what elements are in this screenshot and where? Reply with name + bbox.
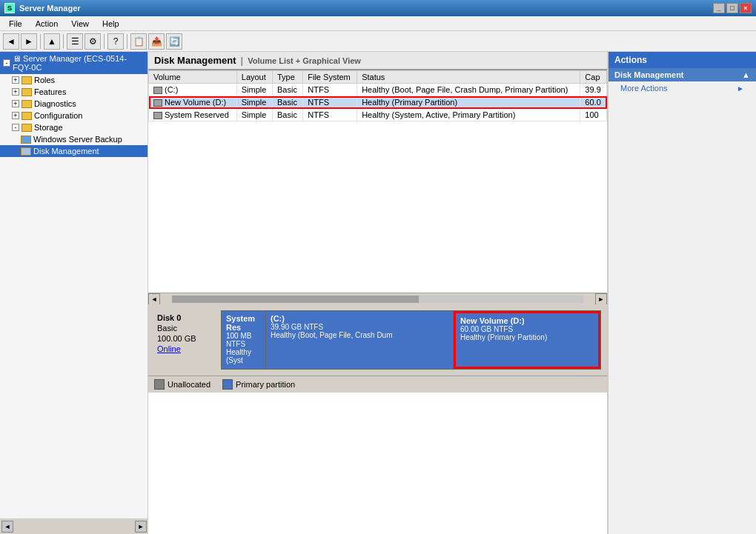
scroll-track[interactable] [172,296,583,303]
actions-title: Actions [614,55,647,65]
horizontal-scrollbar[interactable]: ◄ ► [148,293,607,304]
sidebar-item-diagnostics[interactable]: + Diagnostics [0,98,147,110]
sysres-size: 100 MB NTFS [226,332,261,348]
actions-section-disk-mgmt[interactable]: Disk Management ▲ [609,68,756,81]
wsb-label: Windows Server Backup [33,135,122,144]
toolbar-separator-2 [63,34,64,49]
sidebar: - 🖥 Server Manager (ECS-0514-FQY-0C + Ro… [0,52,148,534]
toolbar-new[interactable]: 📋 [130,33,147,50]
volume-icon [153,87,162,94]
legend-primary-box [222,379,233,390]
toolbar-refresh[interactable]: 🔄 [166,33,182,50]
volume-table: Volume Layout Type File System Status Ca… [148,70,607,121]
configuration-label: Configuration [34,111,82,120]
col-cap[interactable]: Cap [580,71,607,84]
partition-system-reserved[interactable]: System Res 100 MB NTFS Healthy (Syst [222,311,266,369]
sidebar-item-features[interactable]: + Features [0,86,147,98]
sidebar-item-configuration[interactable]: + Configuration [0,110,147,121]
cell-filesystem: NTFS [303,96,357,109]
scroll-right-arrow[interactable]: ► [595,293,607,305]
legend-primary-label: Primary partition [236,380,295,389]
disk-name: Disk 0 [157,313,218,322]
cell-layout: Simple [236,84,272,96]
sidebar-scroll-right[interactable]: ► [135,521,147,533]
table-row[interactable]: System ReservedSimpleBasicNTFSHealthy (S… [149,109,607,121]
sidebar-root[interactable]: - 🖥 Server Manager (ECS-0514-FQY-0C [0,52,147,74]
panel-header-sep: | [241,55,244,66]
sidebar-scroll-left[interactable]: ◄ [1,521,13,533]
toolbar-export[interactable]: 📤 [148,33,165,50]
ddrive-size: 60.00 GB NTFS [460,325,594,333]
configuration-expand[interactable]: + [12,112,19,119]
roles-label: Roles [34,76,55,84]
configuration-icon [21,112,32,120]
partition-d-drive[interactable]: New Volume (D:) 60.00 GB NTFS Healthy (P… [454,311,600,369]
cdrive-size: 39.90 GB NTFS [271,323,448,331]
menu-action[interactable]: Action [30,18,64,30]
maximize-button[interactable]: □ [726,3,738,13]
toolbar-back[interactable]: ◄ [3,33,19,50]
col-layout[interactable]: Layout [236,71,272,84]
sidebar-item-wsb[interactable]: Windows Server Backup [0,133,147,145]
sidebar-item-roles[interactable]: + Roles [0,74,147,86]
disk-label: Disk 0 Basic 100.00 GB Online [154,310,221,370]
app-icon: S [4,3,15,13]
table-row[interactable]: (C:)SimpleBasicNTFSHealthy (Boot, Page F… [149,84,607,96]
actions-more-actions[interactable]: More Actions ► [609,81,756,95]
menu-file[interactable]: File [3,18,28,30]
toolbar-help[interactable]: ? [107,33,124,50]
diagnostics-icon [21,100,32,108]
sysres-status: Healthy (Syst [226,348,261,364]
root-expand-icon[interactable]: - [3,59,10,67]
center-content: Disk Management | Volume List + Graphica… [148,52,608,534]
sidebar-item-disk-management[interactable]: Disk Management [0,145,147,157]
toolbar-forward[interactable]: ► [21,33,37,50]
legend-unallocated-box [154,379,165,390]
col-filesystem[interactable]: File System [303,71,357,84]
table-row[interactable]: New Volume (D:)SimpleBasicNTFSHealthy (P… [149,96,607,109]
menu-help[interactable]: Help [96,18,125,30]
graphical-view-container: Disk 0 Basic 100.00 GB Online System Res… [148,304,607,376]
minimize-button[interactable]: _ [713,3,725,13]
right-panel: Disk Management | Volume List + Graphica… [148,52,756,534]
col-type[interactable]: Type [272,71,302,84]
panel-header: Disk Management | Volume List + Graphica… [148,52,607,70]
disk-partitions: System Res 100 MB NTFS Healthy (Syst (C:… [221,310,601,370]
diagnostics-expand[interactable]: + [12,100,19,107]
ddrive-status: Healthy (Primary Partition) [460,333,594,341]
cell-type: Basic [272,109,302,121]
actions-header: Actions [609,52,756,68]
volume-icon [153,112,162,119]
features-expand[interactable]: + [12,88,19,96]
toolbar-properties[interactable]: ⚙ [84,33,101,50]
toolbar: ◄ ► ▲ ☰ ⚙ ? 📋 📤 🔄 [0,31,756,52]
cell-cap: 39.9 [580,84,607,96]
disk-type: Basic [157,324,218,333]
sidebar-item-storage[interactable]: - Storage [0,121,147,133]
features-label: Features [34,87,66,96]
disk-status[interactable]: Online [157,344,218,353]
col-status[interactable]: Status [357,71,580,84]
col-volume[interactable]: Volume [149,71,237,84]
menu-view[interactable]: View [65,18,95,30]
more-actions-arrow: ► [737,84,744,93]
toolbar-show-hide[interactable]: ☰ [67,33,83,50]
cell-type: Basic [272,96,302,109]
cell-layout: Simple [236,96,272,109]
actions-panel: Actions Disk Management ▲ More Actions ► [608,52,756,534]
partition-c-drive[interactable]: (C:) 39.90 GB NTFS Healthy (Boot, Page F… [266,311,454,369]
cell-status: Healthy (System, Active, Primary Partiti… [357,109,580,121]
storage-expand[interactable]: - [12,124,19,131]
features-icon [21,88,32,96]
close-button[interactable]: × [740,3,752,13]
disk-size: 100.00 GB [157,334,218,343]
volume-table-container[interactable]: Volume Layout Type File System Status Ca… [148,70,607,293]
scroll-left-arrow[interactable]: ◄ [148,293,160,305]
sidebar-scroll-track[interactable] [15,523,133,530]
menu-bar: File Action View Help [0,16,756,31]
diagnostics-label: Diagnostics [34,99,76,108]
cell-volume: (C:) [149,84,237,96]
toolbar-up[interactable]: ▲ [44,33,60,50]
roles-expand[interactable]: + [12,76,19,84]
legend-primary: Primary partition [222,379,295,390]
